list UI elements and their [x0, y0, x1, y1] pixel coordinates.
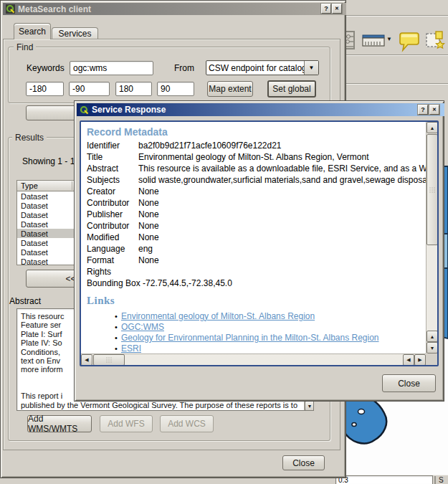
- arrow-down-icon: ▼: [308, 404, 313, 409]
- add-wfs-button[interactable]: Add WFS: [100, 415, 153, 432]
- bbox-xmin-input[interactable]: -180: [26, 82, 64, 96]
- qgis-icon: [80, 105, 89, 115]
- vertical-scrollbar[interactable]: ▲ ▲ ▼: [426, 122, 438, 353]
- horizontal-scrollbar[interactable]: ◀ ◀ ▶: [81, 353, 426, 366]
- bbox-ymax-input[interactable]: 90: [157, 82, 194, 96]
- add-wcs-button[interactable]: Add WCS: [160, 415, 214, 432]
- metasearch-close-window-button[interactable]: ✕: [332, 4, 342, 14]
- add-wms-button[interactable]: Add WMS/WMTS: [27, 415, 92, 432]
- bbox-xmin-value: -180: [29, 84, 47, 94]
- arrow-left-icon: ◀: [85, 357, 88, 363]
- field-value: Environmental geology of Milton-St. Alba…: [138, 152, 369, 162]
- bbox-ymax-value: 90: [161, 84, 170, 94]
- measure-icon[interactable]: [362, 33, 385, 49]
- scroll-up-button[interactable]: ▲: [426, 122, 438, 133]
- from-combobox[interactable]: CSW endpoint for catalog.d ▼: [206, 60, 319, 75]
- map-extent-label: Map extent: [209, 84, 251, 94]
- link-item: •ESRI: [113, 343, 437, 353]
- new-bookmark-icon[interactable]: [425, 31, 445, 51]
- metasearch-titlebar[interactable]: MetaSearch client ? ✕: [3, 3, 346, 15]
- bbox-ymin-value: -90: [72, 84, 85, 94]
- field-label: Identifier: [87, 141, 138, 151]
- record-metadata-heading: Record Metadata: [87, 126, 437, 140]
- find-legend: Find: [14, 42, 36, 52]
- bbox-xmax-input[interactable]: 180: [115, 82, 152, 96]
- scroll-up-button-secondary[interactable]: ▲: [426, 331, 438, 342]
- vertical-scroll-thumb[interactable]: [426, 134, 438, 245]
- link-item: •Environmental geology of Milton-St. Alb…: [113, 310, 437, 321]
- bbox-ymin-input[interactable]: -90: [69, 82, 110, 96]
- dialog-close-label: Close: [398, 379, 420, 389]
- field-value: ba2f0b9d21f71acfe10609f76e122d21: [138, 141, 282, 151]
- tab-search-label: Search: [19, 27, 46, 37]
- tab-search[interactable]: Search: [14, 23, 51, 39]
- horizontal-scroll-thumb[interactable]: [93, 354, 125, 366]
- add-wfs-label: Add WFS: [108, 419, 144, 429]
- record-link[interactable]: OGC:WMS: [121, 322, 164, 332]
- column-header-label: Type: [17, 181, 72, 190]
- dialog-close-button[interactable]: Close: [382, 374, 436, 392]
- keywords-value: ogc:wms: [73, 63, 107, 73]
- metadata-row: AbstractThis resource is available as a …: [87, 163, 437, 174]
- metadata-row: Identifierba2f0b9d21f71acfe10609f76e122d…: [87, 140, 437, 151]
- metasearch-close-label: Close: [292, 458, 315, 468]
- from-combobox-arrow-button[interactable]: ▼: [304, 61, 318, 75]
- field-label: Modified: [87, 232, 138, 242]
- arrow-up-icon: ▲: [430, 334, 435, 339]
- scroll-left-button[interactable]: ◀: [81, 354, 92, 366]
- arrow-left-icon: ◀: [406, 357, 410, 363]
- field-value: None: [138, 221, 159, 231]
- field-label: Format: [87, 255, 138, 265]
- field-value: None: [138, 209, 159, 219]
- record-link[interactable]: ESRI: [121, 343, 141, 353]
- scrollbar-corner: [426, 353, 437, 365]
- keywords-label: Keywords: [27, 63, 65, 73]
- metadata-row: CreatorNone: [87, 186, 437, 197]
- field-label: Contributor: [87, 198, 138, 208]
- toolbar-separator: [343, 54, 448, 55]
- metasearch-title: MetaSearch client: [18, 4, 91, 14]
- service-response-title: Service Response: [92, 105, 166, 115]
- field-label: Publisher: [87, 209, 138, 219]
- service-response-titlebar[interactable]: Service Response ? ✕: [77, 103, 444, 116]
- field-label: Rights: [87, 267, 138, 277]
- qgis-screen: ▼ 0.3 S: [0, 0, 448, 484]
- scroll-down-button[interactable]: ▼: [305, 401, 314, 411]
- metasearch-help-button[interactable]: ?: [321, 4, 331, 14]
- measure-dropdown-arrow[interactable]: ▼: [386, 36, 392, 42]
- abstract-label: Abstract: [9, 296, 41, 306]
- metadata-row: Languageeng: [87, 243, 437, 255]
- text-annotation-icon[interactable]: [399, 31, 419, 52]
- qgis-toolbar-area: ▼: [343, 0, 448, 109]
- dialog-help-button[interactable]: ?: [418, 105, 428, 115]
- map-extent-button[interactable]: Map extent: [207, 81, 253, 97]
- metasearch-close-button[interactable]: Close: [282, 455, 325, 470]
- bullet-icon: •: [113, 312, 120, 321]
- field-value: None: [138, 232, 159, 242]
- metadata-row: Subjectssolid waste,groundwater,surficia…: [87, 174, 437, 186]
- coordinate-box[interactable]: 0.3: [335, 475, 433, 484]
- results-legend: Results: [12, 133, 47, 143]
- dialog-close-window-button[interactable]: ✕: [429, 105, 439, 115]
- set-global-label: Set global: [272, 84, 310, 94]
- scroll-left-button-secondary[interactable]: ◀: [403, 354, 414, 366]
- field-label: Creator: [87, 186, 138, 196]
- metadata-row: FormatNone: [87, 255, 437, 266]
- lake-polygon-bottom: [330, 387, 448, 484]
- scroll-right-button[interactable]: ▶: [414, 354, 426, 366]
- bullet-icon: •: [113, 323, 120, 331]
- keywords-input[interactable]: ogc:wms: [70, 61, 153, 75]
- set-global-button[interactable]: Set global: [267, 80, 316, 98]
- toolbar-separator: [343, 83, 448, 84]
- showing-text: Showing 1 - 1: [22, 156, 75, 166]
- record-link[interactable]: Environmental geology of Milton-St. Alba…: [121, 311, 315, 321]
- record-metadata-panel[interactable]: Record Metadata Identifierba2f0b9d21f71a…: [80, 120, 439, 366]
- metadata-row: ContributorNone: [87, 220, 437, 232]
- tab-services[interactable]: Services: [52, 27, 98, 39]
- field-value: This resource is available as a download…: [138, 163, 439, 174]
- bullet-icon: •: [113, 344, 120, 353]
- scroll-down-button[interactable]: ▼: [426, 342, 438, 353]
- tab-services-label: Services: [58, 29, 91, 39]
- metadata-row: PublisherNone: [87, 209, 437, 220]
- record-link[interactable]: Geology for Environmental Planning in th…: [121, 333, 379, 343]
